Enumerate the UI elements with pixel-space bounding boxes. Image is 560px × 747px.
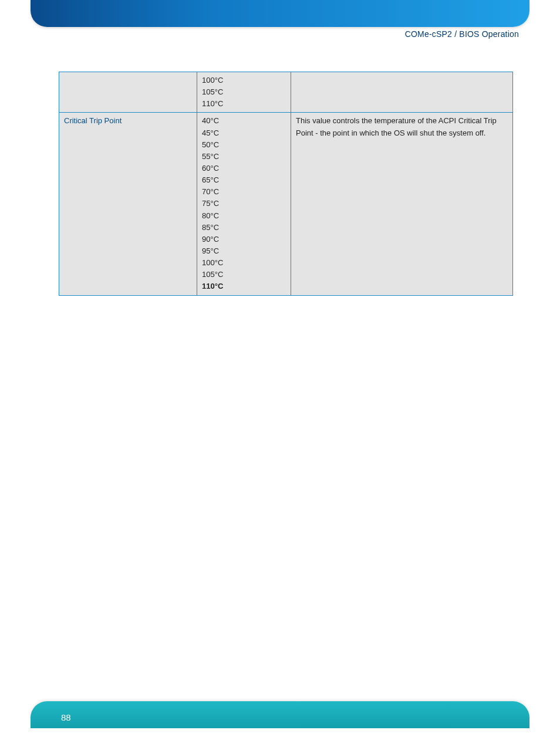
value-item: 95°C xyxy=(202,245,286,257)
table-row: Critical Trip Point 40°C 45°C 50°C 55°C … xyxy=(59,113,513,295)
table-row: 100°C 105°C 110°C xyxy=(59,72,513,113)
row1-desc-cell: This value controls the temperature of t… xyxy=(291,113,513,295)
value-item: 110°C xyxy=(202,98,286,110)
value-item: 85°C xyxy=(202,222,286,234)
row1-label: Critical Trip Point xyxy=(64,116,122,125)
value-item-selected: 110°C xyxy=(202,280,286,292)
row0-values: 100°C 105°C 110°C xyxy=(202,75,286,110)
value-item: 50°C xyxy=(202,139,286,151)
value-item: 65°C xyxy=(202,174,286,186)
value-item: 100°C xyxy=(202,257,286,269)
value-item: 70°C xyxy=(202,186,286,198)
value-item: 105°C xyxy=(202,269,286,280)
top-banner xyxy=(31,0,529,27)
row0-label-cell xyxy=(59,72,197,113)
breadcrumb: COMe-cSP2 / BIOS Operation xyxy=(405,29,519,39)
page-number: 88 xyxy=(61,712,71,722)
value-item: 45°C xyxy=(202,127,286,139)
value-item: 100°C xyxy=(202,75,286,86)
content-area: 100°C 105°C 110°C Critical Trip Point 40… xyxy=(59,72,513,296)
settings-table: 100°C 105°C 110°C Critical Trip Point 40… xyxy=(59,72,513,296)
row0-desc-cell xyxy=(291,72,513,113)
value-item: 55°C xyxy=(202,151,286,163)
value-item: 80°C xyxy=(202,210,286,222)
row1-description: This value controls the temperature of t… xyxy=(296,116,497,137)
value-item: 90°C xyxy=(202,234,286,245)
row1-label-cell: Critical Trip Point xyxy=(59,113,197,295)
value-item: 75°C xyxy=(202,198,286,209)
row1-values: 40°C 45°C 50°C 55°C 60°C 65°C 70°C 75°C … xyxy=(202,115,286,292)
row0-values-cell: 100°C 105°C 110°C xyxy=(197,72,291,113)
row1-values-cell: 40°C 45°C 50°C 55°C 60°C 65°C 70°C 75°C … xyxy=(197,113,291,295)
value-item: 40°C xyxy=(202,115,286,127)
value-item: 105°C xyxy=(202,86,286,98)
value-item: 60°C xyxy=(202,163,286,174)
bottom-banner xyxy=(31,701,529,728)
